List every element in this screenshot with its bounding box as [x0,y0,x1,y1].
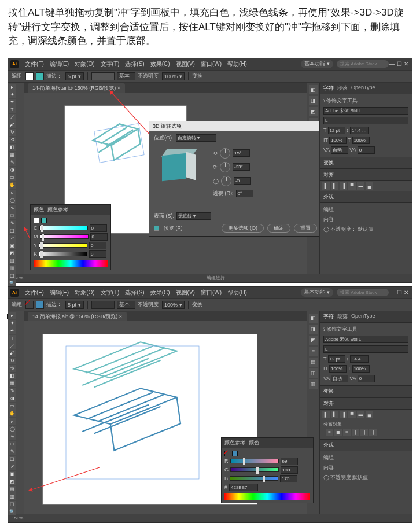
tool-scale[interactable]: ⤢ [9,235,16,242]
tool-line[interactable]: ／ [9,114,16,121]
menu-effect[interactable]: 效果(C) [148,60,173,68]
more-options-button[interactable]: 更多选项 (O) [222,224,264,233]
align-panel-header[interactable]: 对齐 [320,169,412,181]
tool-gradient[interactable]: ▤ [9,257,16,264]
tool-lasso[interactable]: ◯ [9,197,16,204]
menu-select[interactable]: 选择(S) [122,60,147,68]
font-weight[interactable]: L [323,117,408,124]
menu-view[interactable]: 视图(V) [173,60,198,68]
tool-rotate[interactable]: ↻ [9,358,16,364]
tool-slice[interactable]: ◫ [9,501,16,508]
brush-input[interactable] [91,72,115,80]
panel-icon[interactable]: ≡ [309,347,318,356]
dial-z[interactable] [221,176,231,186]
tool-pencil[interactable]: ✎ [9,448,16,455]
dist-h-left[interactable]: ∥ [352,429,359,436]
perspective-input[interactable]: 0° [236,190,253,197]
tool-type[interactable]: T [9,106,16,113]
menu-help[interactable]: 帮助(H) [224,60,250,68]
color-tab[interactable]: 颜色 [249,439,259,447]
panel-icon[interactable]: ◫ [309,368,318,378]
transform-link[interactable]: 变换 [192,72,202,80]
fill-swatch[interactable] [25,301,34,309]
tool-gradient[interactable]: ▤ [9,486,16,493]
tool-eyedropper[interactable]: ✎ [9,388,16,395]
panel-icon[interactable]: ▤ [309,358,318,367]
tracking[interactable]: 0 [358,146,375,154]
tool-shape-builder[interactable]: ◧ [9,144,16,151]
tool-eraser[interactable]: ◫ [9,227,16,234]
spectrum-bar[interactable] [34,260,108,267]
menu-type[interactable]: 文字(T) [98,289,123,297]
font-family[interactable]: Adobe 宋体 Std L [323,107,408,115]
font-weight[interactable]: L [323,345,408,353]
leading[interactable]: 14.4 … [350,355,369,363]
preview-checkbox[interactable] [154,226,159,231]
panel-icon[interactable]: ◨ [309,325,318,334]
stock-search[interactable]: 搜索 Adobe Stock [337,60,389,68]
angle-x[interactable]: 15° [233,149,250,157]
transform-panel-header[interactable]: 变换 [320,385,412,397]
tool-curvature[interactable]: ∿ [9,205,16,212]
tool-blend[interactable]: ◑ [9,395,16,402]
h-scale[interactable]: 100% [352,365,370,373]
panel-icon[interactable]: ◧ [309,314,318,323]
menu-object[interactable]: 对象(O) [72,289,97,297]
tool-line[interactable]: ／ [9,342,16,349]
align-vcenter[interactable]: ▬ [357,182,364,190]
tool-perspective[interactable]: ◩ [9,478,16,485]
tool-hand[interactable]: ✋ [9,410,16,417]
tool-rect[interactable]: □ [9,212,16,219]
workspace-dropdown[interactable]: 基本功能 ▾ [301,288,333,297]
canvas-area[interactable]: 14 简单海报.ai* @ 150% (RGB/预览) × [24,311,319,514]
panel-icon[interactable]: ◩ [309,107,318,116]
tool-paintbrush[interactable]: 🖌 [9,121,16,128]
position-dropdown[interactable]: 自定旋转 ▾ [176,134,216,142]
style-input[interactable]: 基本 [117,301,135,309]
tool-selection[interactable]: ▸ [9,84,16,91]
window-controls[interactable]: —☐✕ [389,289,410,296]
font-family[interactable]: Adobe 宋体 Std L [323,336,408,343]
panel-icon[interactable]: ◧ [309,85,318,94]
stroke-weight-input[interactable]: 5 pt ▾ [65,72,84,80]
g-value[interactable]: 139 [281,466,298,474]
menu-window[interactable]: 窗口(W) [198,60,224,68]
menu-view[interactable]: 视图(V) [173,289,198,297]
tool-pen[interactable]: ✒ [9,99,16,106]
stroke-swatch[interactable] [36,301,44,309]
tool-pencil[interactable]: ✎ [9,220,16,227]
spectrum-bar[interactable] [224,493,310,500]
tool-slice[interactable]: ◫ [9,272,16,279]
tool-rect[interactable]: □ [9,441,16,448]
font-size[interactable]: 12 pt [328,355,345,363]
dial-x[interactable] [220,148,230,159]
tool-free-transform[interactable]: ▣ [9,471,16,478]
angle-z[interactable]: -5° [234,177,251,185]
surface-dropdown[interactable]: 无底纹 ▾ [176,212,211,220]
tool-eyedropper[interactable]: ✎ [9,159,16,166]
style-input[interactable]: 基本 [117,72,135,80]
para-tab[interactable]: 段落 [337,313,348,320]
tool-mesh[interactable]: ▦ [9,380,16,387]
tracking[interactable]: 0 [358,375,375,382]
dial-y[interactable] [220,162,230,172]
appearance-header[interactable]: 外观 [320,191,412,203]
tool-magic-wand[interactable]: ✦ [9,320,16,327]
tool-column-graph[interactable]: ▥ [9,493,16,500]
dist-h-right[interactable]: ∥ [369,429,377,436]
h-scale[interactable]: 100% [352,137,370,144]
fill-swatch[interactable] [25,72,34,80]
stroke-weight-input[interactable]: 5 pt ▾ [65,301,84,309]
color-guide-tab[interactable]: 颜色参考 [224,439,245,447]
align-vcenter[interactable]: ▬ [357,411,364,418]
menu-edit[interactable]: 编辑(E) [47,289,72,297]
color-guide-tab[interactable]: 颜色参考 [47,206,68,213]
tool-selection[interactable]: ▸ [9,312,16,319]
tool-paintbrush[interactable]: 🖌 [9,350,16,357]
tool-zoom[interactable]: 🔍 [9,508,16,515]
menu-effect[interactable]: 效果(C) [148,289,173,297]
align-left[interactable]: ▌ [322,182,330,190]
tool-lasso[interactable]: ◯ [9,426,16,433]
angle-y[interactable]: -23° [233,163,250,171]
align-right[interactable]: ▐ [340,411,347,418]
